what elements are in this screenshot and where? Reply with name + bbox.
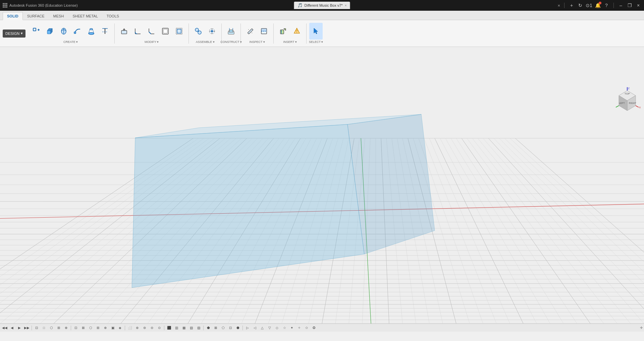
select-group-label[interactable]: SELECT ▾ <box>309 40 323 44</box>
svg-rect-35 <box>261 29 267 31</box>
timeline-btn-35[interactable]: ✧ <box>296 325 303 331</box>
fillet-btn[interactable] <box>131 23 145 40</box>
timeline-btn-26[interactable]: ⊡ <box>227 325 234 331</box>
timeline-btn-22[interactable]: ▨ <box>195 325 202 331</box>
timeline-btn-16[interactable]: ⊝ <box>149 325 155 331</box>
timeline-btn-15[interactable]: ⊜ <box>141 325 148 331</box>
timeline-btn-1[interactable]: ⊡ <box>33 325 40 331</box>
loft-btn[interactable] <box>85 23 98 40</box>
timeline-btn-21[interactable]: ▧ <box>188 325 195 331</box>
insert-derive-btn[interactable] <box>276 23 290 40</box>
svg-marker-44 <box>314 28 318 34</box>
timeline-btn-29[interactable]: ◁ <box>252 325 258 331</box>
scale-btn[interactable] <box>172 23 186 40</box>
skip-back-btn[interactable]: ◀◀ <box>1 325 8 331</box>
timeline-btn-18[interactable]: ⬛ <box>166 325 172 331</box>
joint-btn[interactable] <box>192 23 205 40</box>
refresh-btn[interactable]: ↻ <box>577 2 583 8</box>
timeline-btn-3[interactable]: ⬡ <box>48 325 55 331</box>
timeline-btn-7[interactable]: ⊠ <box>80 325 87 331</box>
press-pull-btn[interactable] <box>117 23 131 40</box>
skip-fwd-btn[interactable]: ▶▶ <box>23 325 30 331</box>
section-btn[interactable] <box>257 23 271 40</box>
play-btn[interactable]: ▶ <box>16 325 23 331</box>
timeline-btn-28[interactable]: ▷ <box>244 325 251 331</box>
tab-solid[interactable]: SOLID <box>3 12 23 20</box>
tab-close-btn[interactable]: × <box>345 4 347 7</box>
inspect-group-label[interactable]: INSPECT ▾ <box>250 40 265 44</box>
timeline-btn-31[interactable]: ▽ <box>266 325 273 331</box>
timeline-btn-11[interactable]: ▣ <box>109 325 116 331</box>
timeline-btn-13[interactable]: ⬜ <box>126 325 133 331</box>
timeline-btn-10[interactable]: ⊕ <box>102 325 109 331</box>
minimize-btn[interactable]: – <box>618 2 624 8</box>
notifications-btn[interactable]: 🔔 <box>595 2 601 8</box>
tab-surface[interactable]: SURFACE <box>23 12 49 20</box>
timeline-btn-5[interactable]: ⊕ <box>63 325 69 331</box>
timeline-btn-37[interactable]: ✪ <box>311 325 317 331</box>
insert-group: INSERT ▾ <box>275 23 305 44</box>
timeline-btn-4[interactable]: ⊞ <box>55 325 62 331</box>
joint-origin-btn[interactable] <box>205 23 219 40</box>
extrude-btn[interactable] <box>43 23 57 40</box>
select-tool-btn[interactable] <box>309 23 323 40</box>
timeline-btn-27[interactable]: ⬢ <box>234 325 241 331</box>
timeline-btn-12[interactable]: ◈ <box>117 325 123 331</box>
timeline-btn-9[interactable]: ⊞ <box>95 325 101 331</box>
svg-line-53 <box>636 106 639 107</box>
tab-tools[interactable]: TOOLS <box>102 12 123 20</box>
timeline-btn-24[interactable]: ⊠ <box>212 325 219 331</box>
create-group-label[interactable]: CREATE ▾ <box>63 40 78 44</box>
timeline-btn-23[interactable]: ⬟ <box>205 325 212 331</box>
axis-indicator[interactable]: TOP RIGHT LEFT Z X <box>614 87 637 111</box>
revolve-btn[interactable] <box>57 23 70 40</box>
timeline-btn-6[interactable]: ⊡ <box>72 325 79 331</box>
inspect-buttons <box>244 23 271 40</box>
bottom-sep-3 <box>125 326 125 330</box>
close-tab-x[interactable]: × <box>557 3 560 8</box>
rib-btn[interactable] <box>98 23 112 40</box>
account-btn[interactable]: ⊙1 <box>586 2 592 8</box>
timeline-btn-34[interactable]: ✦ <box>288 325 295 331</box>
document-tab[interactable]: 🎵 Different Music Box v7* × <box>294 2 350 9</box>
bottom-sep-6 <box>243 326 243 330</box>
title-bar: Autodesk Fusion 360 (Education License) … <box>0 0 644 11</box>
chamfer-btn[interactable] <box>145 23 158 40</box>
app-menu-icon[interactable] <box>3 3 7 8</box>
timeline-btn-2[interactable]: □ <box>41 325 47 331</box>
tab-mesh[interactable]: MESH <box>49 12 68 20</box>
insert-mesh-btn[interactable] <box>290 23 304 40</box>
construct-group-label[interactable]: CONSTRUCT ▾ <box>220 40 242 44</box>
new-component-btn[interactable] <box>30 23 43 40</box>
timeline-btn-19[interactable]: ▥ <box>173 325 180 331</box>
svg-rect-3 <box>47 31 51 34</box>
shell-btn[interactable] <box>159 23 172 40</box>
timeline-btn-33[interactable]: ☆ <box>281 325 288 331</box>
modify-group-label[interactable]: MODIFY ▾ <box>145 40 159 44</box>
insert-group-label[interactable]: INSERT ▾ <box>283 40 297 44</box>
restore-btn[interactable]: ❐ <box>627 2 633 8</box>
timeline-btn-8[interactable]: ⬡ <box>87 325 94 331</box>
design-dropdown[interactable]: DESIGN ▾ <box>3 30 25 38</box>
timeline-btn-25[interactable]: ⬠ <box>220 325 226 331</box>
measure-btn[interactable] <box>244 23 257 40</box>
tab-sheet-metal[interactable]: SHEET METAL <box>68 12 102 20</box>
select-group: SELECT ▾ <box>308 23 324 44</box>
timeline-btn-36[interactable]: ✩ <box>303 325 310 331</box>
timeline-btn-32[interactable]: ◇ <box>274 325 280 331</box>
step-back-btn[interactable]: ◀ <box>9 325 15 331</box>
tab-nav: SOLID SURFACE MESH SHEET METAL TOOLS <box>0 11 644 20</box>
timeline-btn-14[interactable]: ⊛ <box>134 325 141 331</box>
help-btn[interactable]: ? <box>603 2 609 8</box>
construct-btn[interactable] <box>224 23 238 40</box>
close-btn[interactable]: × <box>635 2 641 8</box>
timeline-btn-17[interactable]: ⊙ <box>156 325 163 331</box>
sweep-btn[interactable] <box>71 23 84 40</box>
svg-marker-12 <box>123 28 125 30</box>
timeline-btn-20[interactable]: ▦ <box>180 325 187 331</box>
new-tab-btn[interactable]: + <box>569 2 575 8</box>
timeline-btn-30[interactable]: △ <box>259 325 266 331</box>
viewport[interactable]: TOP RIGHT LEFT Z X <box>0 47 644 324</box>
create-buttons <box>30 23 112 40</box>
assemble-group-label[interactable]: ASSEMBLE ▾ <box>196 40 215 44</box>
